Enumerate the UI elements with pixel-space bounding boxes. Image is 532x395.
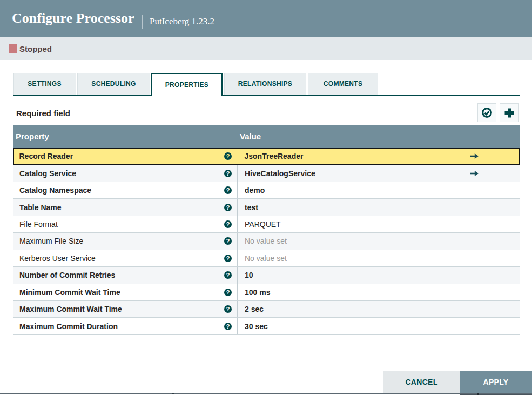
svg-text:?: ? — [226, 323, 230, 329]
svg-text:?: ? — [226, 289, 230, 296]
svg-text:?: ? — [226, 153, 230, 159]
svg-text:?: ? — [226, 221, 230, 227]
svg-text:?: ? — [226, 187, 230, 193]
svg-text:?: ? — [226, 272, 230, 278]
svg-text:?: ? — [226, 255, 230, 262]
svg-text:?: ? — [226, 238, 230, 244]
svg-text:?: ? — [226, 170, 230, 177]
svg-text:?: ? — [226, 204, 230, 210]
svg-text:?: ? — [226, 306, 230, 312]
